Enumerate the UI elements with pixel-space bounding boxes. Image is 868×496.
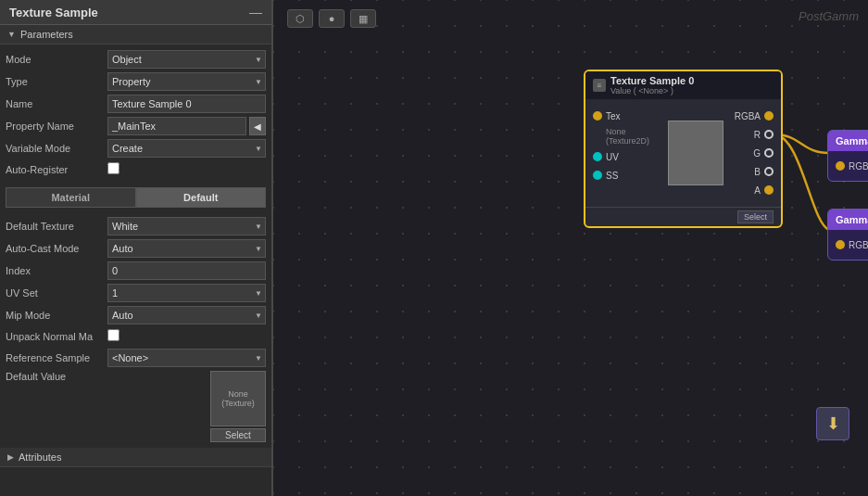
left-panel: Texture Sample — ▼ Parameters Mode Objec… xyxy=(0,0,273,496)
texture-sample-pins-right: RGBA R G B A xyxy=(735,105,781,201)
pin-uv: UV xyxy=(593,149,658,164)
parameters-section-header[interactable]: ▼ Parameters xyxy=(0,25,271,45)
type-select[interactable]: Property xyxy=(107,72,266,91)
mip-mode-value: Auto xyxy=(107,306,266,324)
uv-set-select[interactable]: 1 xyxy=(107,284,266,302)
reference-sample-row: Reference Sample <None> xyxy=(0,347,271,369)
name-row: Name xyxy=(0,93,271,115)
property-name-arrow-btn[interactable]: ◀ xyxy=(249,117,266,135)
attributes-label: Attributes xyxy=(19,451,61,463)
gamma2-node[interactable]: Gamma To Linear ▼ RGB RGB xyxy=(827,209,868,261)
right-panel: PostGamm ⬡ ● ▦ ≡ Texture Sample 0 Value … xyxy=(273,0,868,496)
gamma2-body: RGB RGB xyxy=(828,230,868,260)
mip-mode-row: Mip Mode Auto xyxy=(0,304,271,326)
pin-rgba: RGBA xyxy=(735,108,774,123)
postgamm-label: PostGamm xyxy=(799,9,859,23)
r-pin-dot xyxy=(764,130,774,139)
download-button[interactable]: ⬇ xyxy=(816,407,849,440)
texture-sample-preview-area xyxy=(658,105,735,201)
tex-pin-dot xyxy=(593,111,602,121)
attributes-section-header[interactable]: ▶ Attributes xyxy=(0,448,271,467)
name-input[interactable] xyxy=(107,95,266,113)
mode-row: Mode Object xyxy=(0,48,271,70)
toolbar-icon1-button[interactable]: ⬡ xyxy=(287,9,313,28)
toolbar-icon2-button[interactable]: ● xyxy=(319,9,345,28)
auto-cast-row: Auto-Cast Mode Auto xyxy=(0,237,271,260)
uv-pin-label: UV xyxy=(606,152,619,162)
default-button[interactable]: Default xyxy=(136,187,267,208)
unpack-normal-value xyxy=(107,329,266,344)
variable-mode-row: Variable Mode Create xyxy=(0,137,271,159)
gamma1-pins-left: RGB xyxy=(828,155,868,177)
texture-sample-title: Texture Sample 0 xyxy=(610,75,694,86)
auto-register-label: Auto-Register xyxy=(6,164,107,175)
b-pin-label: B xyxy=(754,167,761,177)
texture-sample-select-btn[interactable]: Select xyxy=(737,210,774,223)
default-texture-label: Default Texture xyxy=(6,221,107,232)
gamma2-pins-left: RGB xyxy=(828,234,868,256)
default-value-row: Default Value None (Texture) Select xyxy=(0,369,271,444)
pin-a: A xyxy=(754,183,774,197)
property-name-input[interactable] xyxy=(107,117,246,135)
a-pin-dot xyxy=(764,185,774,195)
pin-ss: SS xyxy=(593,168,658,183)
property-name-row: Property Name ◀ xyxy=(0,115,271,137)
reference-sample-value: <None> xyxy=(107,349,266,367)
texture-preview: None (Texture) xyxy=(210,371,266,426)
g-pin-dot xyxy=(764,148,774,158)
pin-g: G xyxy=(753,146,774,160)
tex-pin-label: Tex xyxy=(606,111,621,121)
auto-cast-select[interactable]: Auto xyxy=(107,239,266,258)
auto-cast-label: Auto-Cast Mode xyxy=(6,243,107,254)
mip-mode-label: Mip Mode xyxy=(6,310,107,321)
reference-sample-label: Reference Sample xyxy=(6,352,107,363)
texture-sample-body: Tex None (Texture2D) UV SS RGBA xyxy=(585,99,781,207)
texture-sample-node[interactable]: ≡ Texture Sample 0 Value ( <None> ) Tex … xyxy=(584,70,783,228)
ss-pin-dot xyxy=(593,171,602,180)
mode-select[interactable]: Object xyxy=(107,50,266,69)
index-row: Index xyxy=(0,260,271,282)
download-icon-wrap: ⬇ xyxy=(816,407,849,440)
rgba-pin-dot xyxy=(764,111,774,121)
variable-mode-select[interactable]: Create xyxy=(107,139,266,158)
panel-close-button[interactable]: — xyxy=(249,5,262,19)
auto-cast-value: Auto xyxy=(107,239,266,258)
mode-value: Object xyxy=(107,50,266,69)
none-texture2d-label: None (Texture2D) xyxy=(593,127,658,146)
gamma1-node[interactable]: Gamma To Linear ▼ RGB RGB xyxy=(827,130,868,182)
texture-preview-line1: None xyxy=(228,389,248,399)
g-pin-label: G xyxy=(753,148,761,159)
node-menu-icon[interactable]: ≡ xyxy=(593,79,606,92)
uv-set-value: 1 xyxy=(107,284,266,302)
variable-mode-label: Variable Mode xyxy=(6,143,107,154)
default-props-table: Default Texture White Auto-Cast Mode Aut… xyxy=(0,211,271,448)
texture-sample-preview-img xyxy=(668,121,723,185)
gamma1-body: RGB RGB xyxy=(828,151,868,181)
index-label: Index xyxy=(6,265,107,276)
auto-register-value xyxy=(107,162,266,177)
attributes-arrow: ▶ xyxy=(7,452,14,462)
default-texture-select[interactable]: White xyxy=(107,217,266,235)
auto-register-checkbox[interactable] xyxy=(107,162,120,174)
rgba-pin-label: RGBA xyxy=(735,111,761,121)
gamma2-rgb-in: RGB xyxy=(836,237,868,252)
gamma1-rgb-in-dot xyxy=(836,161,845,171)
parameters-label: Parameters xyxy=(20,29,73,40)
r-pin-label: R xyxy=(754,130,761,140)
props-table: Mode Object Type Property xyxy=(0,45,271,184)
toolbar-icon3-button[interactable]: ▦ xyxy=(350,9,376,28)
mip-mode-select[interactable]: Auto xyxy=(107,306,266,324)
unpack-normal-checkbox[interactable] xyxy=(107,329,120,341)
gamma1-rgb-in-label: RGB xyxy=(849,161,868,172)
reference-sample-select[interactable]: <None> xyxy=(107,349,266,367)
gamma2-rgb-in-dot xyxy=(836,240,845,249)
material-button[interactable]: Material xyxy=(6,187,136,208)
uv-pin-dot xyxy=(593,152,602,161)
index-input[interactable] xyxy=(107,261,266,280)
type-row: Type Property xyxy=(0,70,271,93)
ss-pin-label: SS xyxy=(606,171,618,181)
type-label: Type xyxy=(6,76,107,87)
gamma2-header: Gamma To Linear ▼ xyxy=(828,210,868,230)
texture-select-button[interactable]: Select xyxy=(210,428,266,442)
uv-set-label: UV Set xyxy=(6,287,107,299)
